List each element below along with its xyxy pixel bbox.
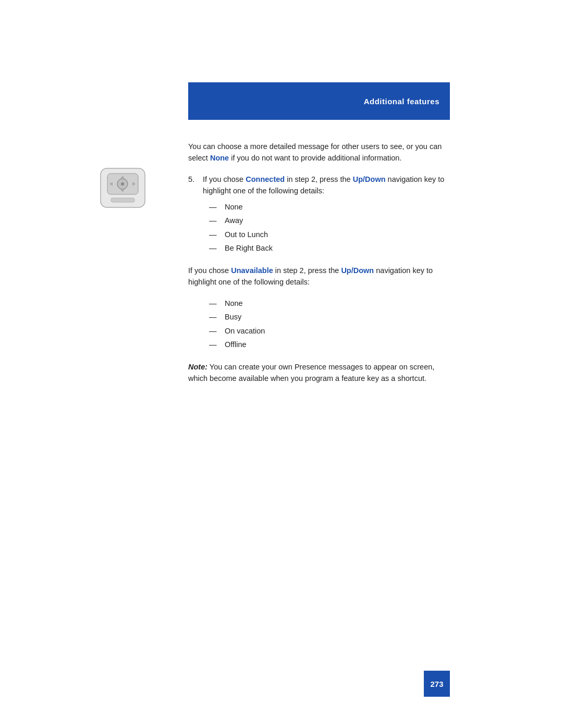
list-item: — None bbox=[209, 201, 450, 213]
list-item: — Offline bbox=[209, 339, 450, 350]
list-item: — On vacation bbox=[209, 325, 450, 337]
svg-rect-8 bbox=[111, 198, 134, 202]
step5-line: 5. If you chose Connected in step 2, pre… bbox=[188, 174, 450, 197]
device-image-container bbox=[89, 162, 156, 214]
dash-icon: — bbox=[209, 298, 225, 309]
bullet-label: None bbox=[225, 298, 243, 309]
unavailable-text-part1: If you chose bbox=[188, 266, 231, 275]
dash-icon: — bbox=[209, 215, 225, 226]
step5-number: 5. bbox=[188, 174, 203, 185]
unavailable-text-part2: in step 2, press the bbox=[273, 266, 341, 275]
bullet-label: Away bbox=[225, 215, 243, 226]
bullet-label: On vacation bbox=[225, 325, 265, 337]
dash-icon: — bbox=[209, 311, 225, 323]
navigation-device-icon bbox=[98, 166, 148, 210]
intro-text-part2: if you do not want to provide additional… bbox=[229, 154, 401, 162]
step5-container: 5. If you chose Connected in step 2, pre… bbox=[188, 174, 450, 254]
bullet-label: Be Right Back bbox=[225, 242, 273, 254]
page-container: Additional features You can bbox=[0, 0, 563, 728]
dash-icon: — bbox=[209, 201, 225, 213]
note-label: Note: bbox=[188, 363, 207, 371]
connected-bullet-list: — None — Away — Out to Lunch — Be Right … bbox=[209, 201, 450, 254]
page-number-box: 273 bbox=[424, 671, 450, 697]
list-item: — None bbox=[209, 298, 450, 309]
step5-text: If you chose Connected in step 2, press … bbox=[203, 174, 450, 197]
intro-none-label: None bbox=[210, 154, 229, 162]
note-text: You can create your own Presence message… bbox=[188, 363, 434, 382]
step5-connected-label: Connected bbox=[246, 175, 285, 183]
content-area: You can choose a more detailed message f… bbox=[188, 141, 450, 385]
note-block: Note: You can create your own Presence m… bbox=[188, 361, 450, 385]
unavailable-bullet-list: — None — Busy — On vacation — Offline bbox=[209, 298, 450, 351]
dash-icon: — bbox=[209, 242, 225, 254]
unavailable-block: If you chose Unavailable in step 2, pres… bbox=[188, 265, 450, 288]
list-item: — Away bbox=[209, 215, 450, 226]
unavailable-label: Unavailable bbox=[231, 266, 273, 275]
bullet-label: Out to Lunch bbox=[225, 229, 268, 240]
dash-icon: — bbox=[209, 339, 225, 350]
header-title: Additional features bbox=[364, 97, 439, 106]
bullet-label: Busy bbox=[225, 311, 241, 323]
dash-icon: — bbox=[209, 325, 225, 337]
page-number: 273 bbox=[430, 680, 443, 688]
bullet-label: Offline bbox=[225, 339, 247, 350]
bullet-label: None bbox=[225, 201, 243, 213]
step5-text-part2: in step 2, press the bbox=[285, 175, 353, 183]
header-bar: Additional features bbox=[188, 82, 450, 120]
step5-text-part1: If you chose bbox=[203, 175, 246, 183]
unavailable-updown-label: Up/Down bbox=[341, 266, 374, 275]
step5-updown-label: Up/Down bbox=[353, 175, 386, 183]
list-item: — Busy bbox=[209, 311, 450, 323]
list-item: — Out to Lunch bbox=[209, 229, 450, 240]
svg-point-3 bbox=[121, 182, 124, 186]
dash-icon: — bbox=[209, 229, 225, 240]
list-item: — Be Right Back bbox=[209, 242, 450, 254]
intro-paragraph: You can choose a more detailed message f… bbox=[188, 141, 450, 164]
